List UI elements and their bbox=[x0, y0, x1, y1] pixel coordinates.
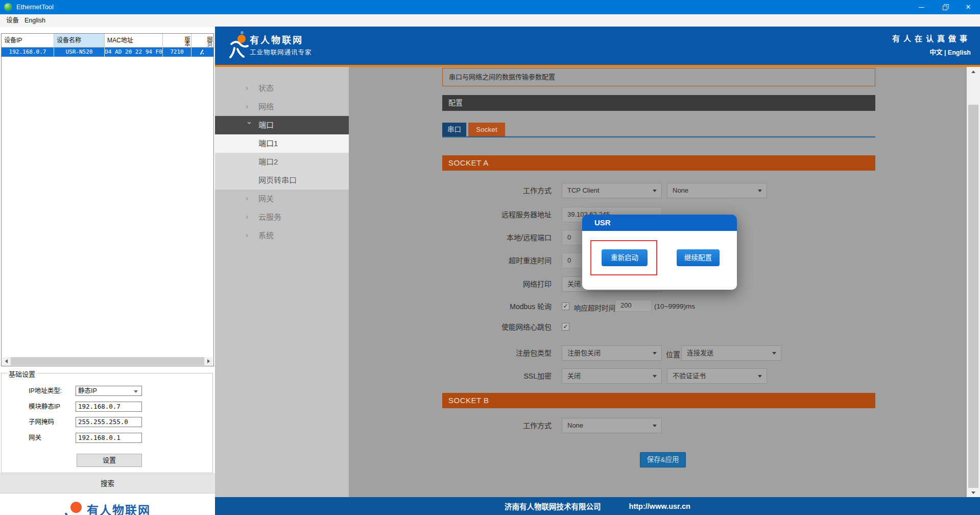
modbus-timeout-field[interactable]: 200 bbox=[615, 299, 652, 312]
check-icon: ✓ bbox=[563, 302, 568, 310]
tab-socket[interactable]: Socket bbox=[468, 123, 505, 136]
modbus-poll-checkbox[interactable]: ✓ bbox=[562, 302, 569, 310]
work-mode-select[interactable]: TCP Client bbox=[562, 183, 662, 198]
select-arrow-icon bbox=[653, 352, 657, 355]
col-header-name[interactable]: 设备名称 bbox=[54, 34, 105, 48]
nav-system-label: 系统 bbox=[258, 226, 274, 245]
usr-person-icon bbox=[226, 33, 253, 59]
socket-b-work-mode-value: None bbox=[567, 422, 583, 429]
scroll-up-arrow[interactable] bbox=[967, 67, 980, 76]
ssl-cert-value: 不验证证书 bbox=[673, 372, 706, 380]
select-arrow-icon bbox=[653, 375, 657, 378]
col-header-version[interactable]: 版本 bbox=[163, 34, 192, 48]
scroll-left-arrow[interactable] bbox=[2, 357, 11, 365]
select-arrow-icon bbox=[772, 352, 776, 355]
nav-cloud[interactable]: › 云服务 bbox=[215, 208, 349, 226]
nav-network[interactable]: › 网络 bbox=[215, 98, 349, 116]
logo-head-icon bbox=[70, 502, 82, 513]
nav-web-to-serial[interactable]: 网页转串口 bbox=[215, 171, 349, 190]
basic-settings-title: 基础设置 bbox=[7, 369, 37, 379]
ssl-cert-select[interactable]: 不验证证书 bbox=[667, 368, 767, 384]
nav-status[interactable]: › 状态 bbox=[215, 79, 349, 98]
subnet-mask-field[interactable]: 255.255.255.0 bbox=[76, 417, 142, 427]
restore-icon bbox=[943, 6, 947, 10]
chevron-right-icon: › bbox=[246, 226, 253, 245]
ip-type-value: 静态IP bbox=[78, 387, 97, 394]
nav-port2[interactable]: 端口2 bbox=[215, 153, 349, 171]
menu-bar: 设备 English bbox=[0, 14, 980, 27]
static-ip-label: 模块静态IP bbox=[29, 402, 60, 412]
gateway-field[interactable]: 192.168.0.1 bbox=[76, 433, 142, 443]
nav-network-label: 网络 bbox=[258, 98, 274, 116]
local-remote-port-label: 本地/远程端口 bbox=[442, 230, 552, 245]
device-row-mac[interactable]: D4 AD 20 22 94 F0 bbox=[105, 48, 163, 57]
ip-type-select[interactable]: 静态IP bbox=[76, 386, 142, 396]
title-bar: EthernetTool × bbox=[0, 0, 980, 14]
device-row-web-link[interactable] bbox=[192, 48, 213, 57]
regpkt-type-label: 注册包类型 bbox=[442, 345, 552, 361]
nav-cloud-label: 云服务 bbox=[258, 208, 281, 226]
nav-gateway-label: 网关 bbox=[258, 190, 274, 208]
static-ip-field[interactable]: 192.168.0.7 bbox=[76, 402, 142, 412]
regpkt-pos-select[interactable]: 连接发送 bbox=[681, 345, 781, 361]
continue-config-button[interactable]: 继续配置 bbox=[677, 249, 720, 266]
device-row-name[interactable]: USR-N520 bbox=[54, 48, 105, 57]
col-header-mac[interactable]: MAC地址 bbox=[105, 34, 163, 48]
vertical-scroll-thumb[interactable] bbox=[968, 105, 978, 488]
table-horizontal-scrollbar[interactable] bbox=[2, 357, 213, 365]
chevron-right-icon: › bbox=[246, 79, 253, 98]
menu-device[interactable]: 设备 bbox=[6, 14, 19, 27]
ip-type-label: IP地址类型: bbox=[29, 386, 62, 396]
menu-english[interactable]: English bbox=[25, 14, 45, 27]
click-highlight-box bbox=[590, 240, 657, 275]
restore-button[interactable] bbox=[933, 0, 957, 14]
gateway-label: 网关 bbox=[29, 433, 41, 443]
net-print-value: 关闭 bbox=[567, 280, 581, 288]
work-mode-extra-select[interactable]: None bbox=[667, 183, 767, 198]
web-footer: 济南有人物联网技术有限公司 http://www.usr.cn bbox=[215, 497, 980, 515]
device-row-version[interactable]: 7210 bbox=[163, 48, 192, 57]
search-button[interactable]: 搜索 bbox=[0, 474, 215, 494]
col-header-web[interactable]: 网页 bbox=[192, 34, 213, 48]
chevron-down-icon: › bbox=[240, 122, 258, 129]
horizontal-scroll-thumb[interactable] bbox=[11, 357, 204, 365]
usr-logo-bottom: 有人物联网 bbox=[0, 498, 215, 515]
footer-url[interactable]: http://www.usr.cn bbox=[629, 502, 690, 510]
ssl-select[interactable]: 关闭 bbox=[562, 368, 662, 384]
heartbeat-label: 使能网络心跳包 bbox=[442, 322, 552, 332]
socket-a-header: SOCKET A bbox=[442, 155, 875, 171]
net-print-label: 网络打印 bbox=[442, 276, 552, 292]
socket-b-work-mode-select[interactable]: None bbox=[562, 418, 662, 433]
device-row-ip[interactable]: 192.168.0.7 bbox=[2, 48, 54, 57]
regpkt-type-select[interactable]: 注册包关闭 bbox=[562, 345, 662, 361]
vertical-scrollbar[interactable] bbox=[967, 67, 980, 497]
save-apply-button[interactable]: 保存&应用 bbox=[640, 452, 686, 467]
scroll-down-arrow[interactable] bbox=[967, 488, 980, 497]
nav-port1-label: 端口1 bbox=[258, 134, 278, 153]
chevron-down-icon bbox=[134, 390, 138, 393]
device-panel: 设备IP 设备名称 MAC地址 版本 网页 192.168.0.7 USR-N5… bbox=[0, 27, 215, 515]
scroll-right-arrow[interactable] bbox=[204, 357, 213, 365]
nav-port-label: 端口 bbox=[258, 116, 274, 134]
config-section-title: 配置 bbox=[442, 95, 875, 111]
socket-b-work-mode-label: 工作方式 bbox=[442, 418, 552, 433]
set-button[interactable]: 设置 bbox=[77, 454, 142, 467]
col-header-ip[interactable]: 设备IP bbox=[2, 34, 54, 48]
select-arrow-icon bbox=[758, 375, 762, 378]
web-link-icon-dot bbox=[203, 53, 204, 54]
tab-serial[interactable]: 串口 bbox=[442, 123, 466, 136]
nav-gateway[interactable]: › 网关 bbox=[215, 190, 349, 208]
remote-addr-label: 远程服务器地址 bbox=[442, 207, 552, 222]
nav-status-label: 状态 bbox=[258, 79, 274, 98]
chevron-right-icon: › bbox=[246, 208, 253, 226]
heartbeat-checkbox[interactable]: ✓ bbox=[562, 323, 569, 331]
dialog-title: USR bbox=[582, 215, 737, 231]
nav-port[interactable]: › 端口 bbox=[215, 116, 349, 134]
web-brand-title: 有人物联网 bbox=[250, 33, 303, 46]
minimize-button[interactable] bbox=[910, 0, 933, 14]
close-button[interactable]: × bbox=[957, 0, 980, 14]
nav-system[interactable]: › 系统 bbox=[215, 226, 349, 245]
language-switch[interactable]: 中文 | English bbox=[929, 47, 971, 57]
close-icon: × bbox=[966, 3, 970, 11]
nav-port1[interactable]: 端口1 bbox=[215, 134, 349, 153]
